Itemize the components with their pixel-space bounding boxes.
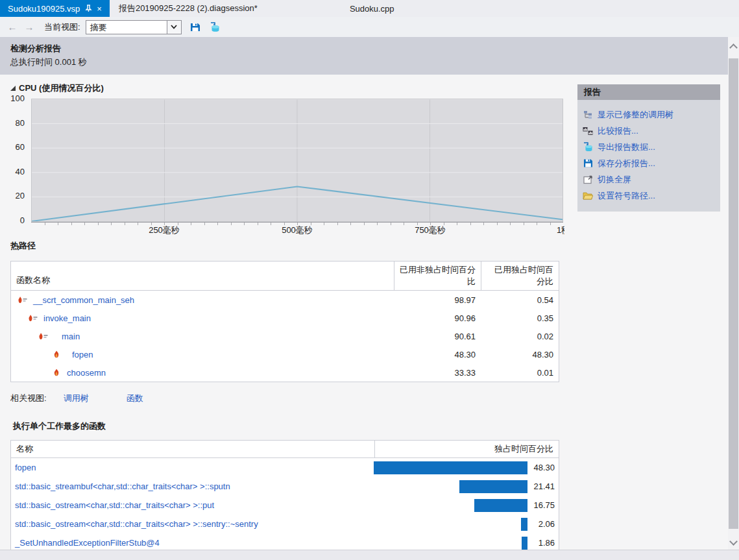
related-views: 相关视图: 调用树 函数 — [10, 393, 143, 404]
table-row[interactable]: fopen 48.30 — [11, 458, 559, 477]
view-select[interactable]: 摘要 — [86, 20, 182, 34]
exclusive-value: 0.54 — [481, 295, 559, 305]
x-axis-tick-label: 750毫秒 — [415, 225, 446, 236]
value-bar — [459, 480, 527, 493]
table-row[interactable]: choosemn 33.33 0.01 — [11, 363, 559, 382]
flame-icon — [51, 349, 62, 359]
hot-path-icon — [18, 295, 28, 305]
inclusive-value: 98.97 — [394, 295, 481, 305]
y-axis-tick-label: 20 — [0, 191, 25, 201]
table-row[interactable]: __scrt_common_main_seh 98.97 0.54 — [11, 291, 559, 309]
panel-action-show-trimmed-call-tree[interactable]: 显示已修整的调用树 — [583, 106, 720, 123]
cpu-chart-x-axis: 250毫秒500毫秒750毫秒1秒 — [31, 225, 564, 236]
tab-sudoku-vsp[interactable]: Sudoku190925.vsp × — [0, 0, 110, 17]
tab-diagsession[interactable]: 报告20190925-2228 (2).diagsession* — [110, 0, 324, 17]
column-header-exclusive-percent[interactable]: 已用独占时间百分比 — [481, 262, 559, 290]
panel-action-label: 保存分析报告... — [598, 158, 655, 169]
exclusive-value: 0.35 — [481, 313, 559, 323]
document-tab-bar: Sudoku190925.vsp × 报告20190925-2228 (2).d… — [0, 0, 739, 17]
column-header-function-name[interactable]: 函数名称 — [11, 262, 394, 290]
related-view-functions-link[interactable]: 函数 — [127, 393, 143, 404]
function-link[interactable]: std::basic_ostream<char,std::char_traits… — [15, 500, 214, 510]
hot-path-title: 热路径 — [10, 240, 36, 252]
compare-reports-icon — [583, 126, 593, 136]
cpu-chart-canvas — [32, 99, 563, 221]
panel-action-label: 显示已修整的调用树 — [598, 109, 673, 121]
tab-sudoku-cpp[interactable]: Sudoku.cpp — [324, 0, 420, 17]
exclusive-value: 48.30 — [481, 350, 559, 359]
cpu-section-header[interactable]: CPU (使用情况百分比) — [10, 82, 104, 94]
export-report-icon[interactable] — [209, 21, 221, 33]
panel-action-set-symbol-path[interactable]: 设置符号路径... — [583, 188, 720, 204]
hot-path-table: 函数名称 已用非独占时间百分比 已用独占时间百分比 __scrt_common_… — [10, 261, 559, 382]
related-view-call-tree-link[interactable]: 调用树 — [64, 393, 89, 404]
cpu-usage-chart[interactable] — [31, 99, 563, 222]
function-link[interactable]: main — [62, 332, 80, 341]
pin-icon[interactable] — [85, 5, 92, 12]
inclusive-value: 90.96 — [394, 313, 481, 323]
x-axis-tick-label: 500毫秒 — [282, 225, 313, 236]
save-report-icon — [583, 158, 593, 169]
panel-action-compare-reports[interactable]: 比较报告... — [583, 123, 720, 139]
y-axis-tick-label: 0 — [0, 215, 25, 225]
column-header-exclusive-time-percent[interactable]: 独占时间百分比 — [374, 441, 559, 457]
y-axis-tick-label: 40 — [0, 167, 25, 177]
panel-action-toggle-fullscreen[interactable]: 切换全屏 — [583, 171, 720, 188]
table-row[interactable]: std::basic_streambuf<char,std::char_trai… — [11, 477, 559, 496]
function-link[interactable]: fopen — [72, 350, 93, 359]
exclusive-value: 48.30 — [527, 463, 559, 472]
panel-action-label: 比较报告... — [598, 125, 638, 137]
scroll-up-icon[interactable] — [729, 43, 738, 52]
function-link[interactable]: _SetUnhandledExceptionFilterStub@4 — [15, 538, 160, 548]
panel-action-export-report-data[interactable]: 导出报告数据... — [583, 139, 720, 155]
chevron-down-icon[interactable] — [167, 21, 181, 34]
table-row[interactable]: fopen 48.30 48.30 — [11, 345, 559, 363]
symbol-path-icon — [583, 191, 593, 201]
x-axis-tick-label: 250毫秒 — [149, 225, 180, 236]
table-row[interactable]: std::basic_ostream<char,std::char_traits… — [11, 496, 559, 515]
view-select-value: 摘要 — [86, 21, 167, 34]
hot-path-icon — [28, 313, 38, 323]
horizontal-scrollbar-area[interactable] — [0, 550, 739, 560]
panel-action-label: 切换全屏 — [598, 174, 631, 186]
exclusive-value: 0.02 — [481, 332, 559, 341]
inclusive-value: 48.30 — [394, 350, 481, 359]
function-link[interactable]: __scrt_common_main_seh — [33, 295, 134, 305]
close-icon[interactable]: × — [97, 5, 102, 13]
report-panel: 报告 显示已修整的调用树 比较报告... — [577, 84, 720, 212]
report-header: 检测分析报告 总执行时间 0.001 秒 — [0, 37, 728, 75]
value-bar — [521, 518, 527, 531]
back-arrow-icon[interactable]: ← — [6, 21, 18, 32]
forward-arrow-icon[interactable]: → — [23, 21, 35, 32]
panel-action-label: 导出报告数据... — [598, 141, 655, 153]
table-row[interactable]: _SetUnhandledExceptionFilterStub@4 1.86 — [11, 533, 559, 550]
related-views-label: 相关视图: — [10, 393, 47, 404]
save-icon[interactable] — [189, 21, 201, 33]
value-bar — [474, 499, 527, 512]
report-title: 检测分析报告 — [10, 43, 728, 55]
table-row[interactable]: invoke_main 90.96 0.35 — [11, 309, 559, 327]
panel-action-save-analyzed-report[interactable]: 保存分析报告... — [583, 155, 720, 171]
function-link[interactable]: std::basic_streambuf<char,std::char_trai… — [15, 481, 230, 491]
function-link[interactable]: choosemn — [67, 368, 106, 378]
column-header-name[interactable]: 名称 — [11, 441, 374, 457]
column-header-inclusive-percent[interactable]: 已用非独占时间百分比 — [394, 262, 481, 290]
vertical-scrollbar[interactable] — [728, 37, 739, 550]
function-link[interactable]: std::basic_ostream<char,std::char_traits… — [15, 519, 258, 529]
y-axis-tick-label: 80 — [0, 118, 25, 128]
most-work-table: 名称 独占时间百分比 fopen 48.30 std::basic_stream… — [10, 440, 559, 550]
function-link[interactable]: invoke_main — [43, 313, 91, 323]
table-row[interactable]: main 90.61 0.02 — [11, 327, 559, 345]
function-link[interactable]: fopen — [15, 463, 36, 472]
fullscreen-icon — [583, 175, 593, 185]
report-toolbar: ← → 当前视图: 摘要 — [0, 17, 739, 37]
exclusive-value: 21.41 — [527, 481, 559, 491]
exclusive-value: 16.75 — [527, 500, 559, 510]
scrollbar-thumb[interactable] — [729, 58, 738, 529]
tab-label: Sudoku.cpp — [350, 4, 394, 14]
cpu-section-title: CPU (使用情况百分比) — [19, 82, 104, 94]
table-row[interactable]: std::basic_ostream<char,std::char_traits… — [11, 515, 559, 533]
collapse-triangle-icon — [10, 86, 16, 91]
hot-path-table-header: 函数名称 已用非独占时间百分比 已用独占时间百分比 — [11, 262, 559, 291]
scroll-down-icon[interactable] — [729, 537, 738, 546]
